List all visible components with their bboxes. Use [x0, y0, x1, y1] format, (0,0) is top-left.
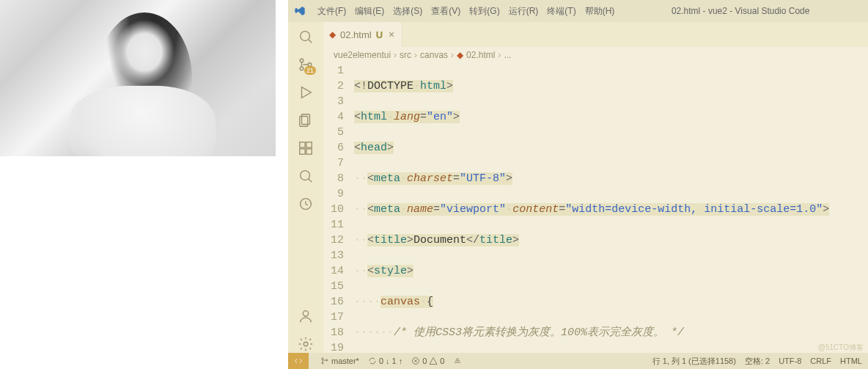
- source-control-icon[interactable]: 21: [297, 56, 315, 73]
- svg-rect-7: [306, 142, 312, 147]
- tab-close-icon[interactable]: ×: [387, 29, 396, 40]
- menu-view[interactable]: 查看(V): [427, 5, 465, 18]
- breadcrumb-segment[interactable]: src: [400, 50, 411, 60]
- problems[interactable]: 0 0: [411, 357, 444, 365]
- language-mode[interactable]: HTML: [840, 357, 862, 365]
- live-server-icon[interactable]: [453, 357, 462, 365]
- svg-point-12: [303, 311, 308, 316]
- code-content[interactable]: <!DOCTYPE·html> <html·lang="en"> <head> …: [354, 63, 868, 353]
- watch-icon[interactable]: [297, 195, 315, 213]
- svg-point-2: [300, 67, 304, 70]
- code-editor[interactable]: 1234567891011121314151617181920 <!DOCTYP…: [323, 63, 868, 353]
- svg-point-14: [322, 358, 323, 359]
- html-file-icon: ◆: [329, 29, 336, 40]
- vscode-logo-icon: [294, 5, 306, 17]
- tab-filename: 02.html: [340, 29, 372, 40]
- breadcrumb-segment[interactable]: vue2elementui: [334, 50, 391, 60]
- menu-run[interactable]: 运行(R): [504, 5, 543, 18]
- indent-setting[interactable]: 空格: 2: [745, 356, 770, 367]
- menu-select[interactable]: 选择(S): [389, 5, 427, 18]
- watermark: @51CTO博客: [818, 343, 864, 353]
- svg-rect-8: [300, 149, 305, 154]
- remote-indicator[interactable]: [288, 353, 309, 369]
- status-bar: master* 0↓ 1↑ 0 0 行 1, 列 1 (已选择1158) 空格:…: [288, 353, 868, 369]
- menu-file[interactable]: 文件(F): [313, 5, 350, 18]
- settings-gear-icon[interactable]: [297, 335, 315, 353]
- git-sync[interactable]: 0↓ 1↑: [368, 357, 402, 365]
- grayscale-portrait-image: [0, 0, 276, 156]
- vscode-window: 文件(F) 编辑(E) 选择(S) 查看(V) 转到(G) 运行(R) 终端(T…: [288, 0, 868, 369]
- git-branch[interactable]: master*: [320, 357, 359, 365]
- breadcrumbs[interactable]: vue2elementui› src› canvas› ◆ 02.html› .…: [323, 47, 868, 63]
- breadcrumb-ellipsis[interactable]: ...: [504, 50, 511, 60]
- eol[interactable]: CRLF: [810, 357, 831, 365]
- tab-modified-indicator: U: [376, 29, 383, 40]
- line-gutter: 1234567891011121314151617181920: [323, 63, 354, 353]
- files-icon[interactable]: [297, 112, 315, 129]
- breadcrumb-segment[interactable]: 02.html: [466, 50, 495, 60]
- svg-point-15: [322, 362, 323, 364]
- menu-edit[interactable]: 编辑(E): [350, 5, 389, 18]
- tab-02-html[interactable]: ◆ 02.html U ×: [323, 22, 402, 47]
- tab-bar: ◆ 02.html U ×: [323, 22, 868, 47]
- scm-badge: 21: [304, 66, 316, 75]
- account-icon[interactable]: [297, 307, 315, 325]
- cursor-position[interactable]: 行 1, 列 1 (已选择1158): [652, 356, 736, 367]
- search-icon[interactable]: [297, 167, 315, 185]
- menu-help[interactable]: 帮助(H): [581, 5, 619, 18]
- activity-bar: 21: [288, 22, 323, 353]
- breadcrumb-segment[interactable]: canvas: [420, 50, 448, 60]
- svg-point-13: [304, 342, 308, 346]
- window-title: 02.html - vue2 - Visual Studio Code: [619, 6, 862, 16]
- svg-point-16: [326, 359, 328, 361]
- svg-rect-9: [306, 149, 312, 154]
- svg-point-1: [300, 59, 304, 62]
- menu-goto[interactable]: 转到(G): [465, 5, 504, 18]
- svg-point-10: [301, 171, 310, 180]
- explorer-icon[interactable]: [297, 28, 315, 45]
- extensions-icon[interactable]: [297, 139, 315, 157]
- svg-rect-6: [300, 142, 305, 147]
- run-debug-icon[interactable]: [297, 84, 315, 101]
- svg-point-0: [301, 32, 310, 41]
- encoding[interactable]: UTF-8: [779, 357, 801, 365]
- html-file-icon: ◆: [457, 50, 463, 60]
- menu-terminal[interactable]: 终端(T): [542, 5, 580, 18]
- titlebar: 文件(F) 编辑(E) 选择(S) 查看(V) 转到(G) 运行(R) 终端(T…: [288, 0, 868, 22]
